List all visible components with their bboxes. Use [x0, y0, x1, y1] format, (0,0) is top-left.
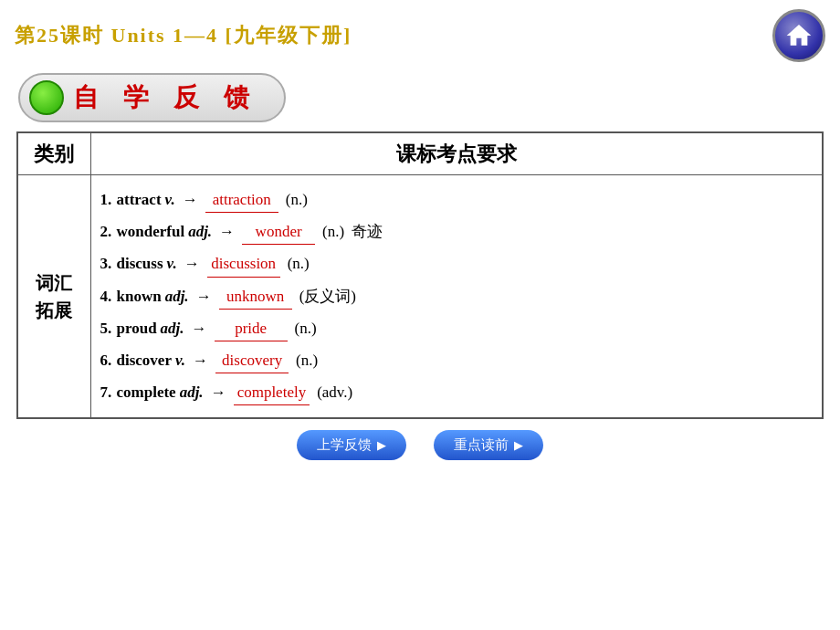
item-pos: adj. — [165, 284, 189, 309]
vocab-item: 3. discuss v. → discussion (n.) — [100, 251, 814, 277]
section-pill: 自 学 反 馈 — [18, 73, 286, 122]
item-word: complete — [117, 380, 176, 404]
vocabulary-table: 类别 课标考点要求 词汇拓展 1. attract v. → attractio… — [16, 131, 824, 419]
item-arrow: → — [196, 284, 212, 309]
item-answer: completely — [234, 380, 310, 405]
item-suffix: (adv.) — [317, 380, 352, 404]
next-button[interactable]: 重点读前 ▶ — [434, 430, 543, 460]
item-word: proud — [117, 316, 157, 341]
item-arrow: → — [193, 348, 208, 373]
item-word: discuss — [117, 251, 163, 276]
item-number: 1. — [100, 187, 113, 212]
item-suffix: (n.) — [296, 348, 318, 373]
item-arrow: → — [211, 380, 226, 404]
prev-label: 上学反馈 — [317, 436, 372, 454]
item-pos: adj. — [180, 380, 204, 404]
item-arrow: → — [184, 251, 200, 276]
item-number: 7. — [100, 380, 113, 404]
col2-header: 课标考点要求 — [90, 132, 823, 175]
next-label: 重点读前 — [454, 436, 509, 454]
item-pos: v. — [167, 251, 177, 276]
item-suffix: (n.) — [295, 316, 317, 341]
vocab-item: 6. discover v. → discovery (n.) — [100, 348, 814, 373]
item-pos: v. — [165, 187, 175, 212]
prev-button[interactable]: 上学反馈 ▶ — [297, 430, 406, 460]
content-cell: 1. attract v. → attraction (n.) 2. wonde… — [90, 175, 823, 419]
col1-header: 类别 — [17, 132, 90, 175]
item-pos: v. — [175, 348, 185, 373]
home-button[interactable] — [772, 9, 825, 62]
item-number: 3. — [100, 251, 113, 276]
page-title: 第25课时 Units 1—4 [九年级下册] — [15, 22, 352, 49]
vocab-item: 5. proud adj. → pride (n.) — [100, 316, 814, 341]
item-number: 2. — [100, 219, 113, 244]
item-arrow: → — [192, 316, 207, 341]
vocab-item: 1. attract v. → attraction (n.) — [100, 187, 814, 213]
next-arrow-icon: ▶ — [514, 438, 523, 453]
vocab-item: 7. complete adj. → completely (adv.) — [100, 380, 814, 405]
category-cell: 词汇拓展 — [17, 175, 90, 419]
item-extra: 奇迹 — [352, 219, 383, 244]
vocab-item: 4. known adj. → unknown (反义词) — [100, 284, 814, 310]
prev-arrow-icon: ▶ — [377, 438, 386, 453]
item-word: attract — [117, 187, 162, 212]
item-answer: wonder — [242, 219, 315, 245]
item-answer: pride — [215, 316, 288, 341]
item-answer: discussion — [207, 251, 280, 277]
section-label: 自 学 反 馈 — [18, 73, 822, 122]
item-word: known — [117, 284, 162, 309]
item-suffix: (反义词) — [299, 284, 356, 309]
item-number: 5. — [100, 316, 113, 341]
item-word: wonderful — [117, 219, 185, 244]
item-suffix: (n.) — [286, 187, 308, 212]
table-row: 词汇拓展 1. attract v. → attraction (n.) 2. … — [17, 175, 823, 419]
item-suffix: (n.) — [288, 251, 310, 276]
item-word: discover — [117, 348, 172, 373]
vocab-item: 2. wonderful adj. → wonder (n.) 奇迹 — [100, 219, 814, 245]
green-dot-icon — [29, 80, 64, 115]
item-arrow: → — [183, 187, 198, 212]
item-answer: discovery — [215, 348, 289, 373]
item-suffix: (n.) — [322, 219, 344, 244]
home-icon — [784, 21, 814, 50]
item-arrow: → — [219, 219, 235, 244]
header: 第25课时 Units 1—4 [九年级下册] — [0, 0, 840, 68]
item-answer: unknown — [219, 284, 292, 310]
item-pos: adj. — [161, 316, 184, 341]
item-number: 4. — [100, 284, 113, 309]
item-pos: adj. — [188, 219, 212, 244]
bottom-navigation: 上学反馈 ▶ 重点读前 ▶ — [0, 430, 840, 460]
item-number: 6. — [100, 348, 113, 373]
section-title: 自 学 反 馈 — [73, 80, 258, 115]
item-answer: attraction — [205, 187, 278, 213]
